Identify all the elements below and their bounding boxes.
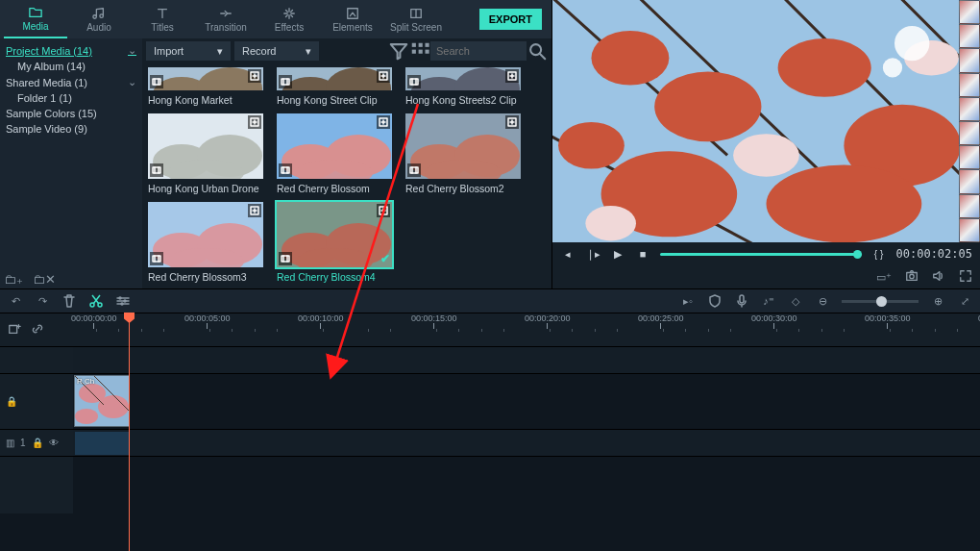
tree-item[interactable]: Sample Video (9) [0,121,142,137]
filter-icon[interactable] [388,40,409,62]
play-button[interactable]: ▶ [610,246,625,262]
keyframe-icon[interactable]: ◇ [788,293,803,309]
tab-media[interactable]: Media [4,0,67,38]
export-button[interactable]: EXPORT [479,9,542,30]
voiceover-icon[interactable] [734,293,749,309]
svg-rect-44 [410,167,418,173]
delete-button[interactable] [61,293,77,309]
add-marker-icon[interactable] [8,322,21,338]
svg-point-69 [883,58,902,77]
tree-item[interactable]: Sample Colors (15) [0,106,142,121]
time-ruler[interactable]: 00:00:00:0000:00:05:0000:00:10:0000:00:1… [73,313,980,346]
add-to-timeline-icon[interactable] [377,69,390,83]
svg-point-74 [119,297,121,299]
zoom-out-icon[interactable]: ⊖ [815,293,830,309]
tree-footer: 🗀₊ 🗀✕ [4,272,56,287]
prev-frame-button[interactable]: ◂ [560,246,576,262]
svg-rect-32 [153,167,160,173]
snapshot-icon[interactable] [905,269,919,285]
media-thumbnail[interactable]: Hong Kong Street Clip [277,67,392,106]
fullscreen-icon[interactable] [959,269,972,285]
empty-track[interactable] [73,457,980,513]
media-thumbnail[interactable]: Hong Kong Streets2 Clip [405,67,521,106]
track-spacer[interactable] [73,347,980,373]
tree-item[interactable]: Shared Media (1)⌄ [0,74,142,90]
preview-filmstrip [959,0,980,242]
chevron-down-icon: ⌄ [128,76,136,88]
undo-button[interactable]: ↶ [8,293,23,309]
track-toggle-icon[interactable]: ▥ [6,438,14,448]
track-visibility-icon[interactable]: 👁 [49,438,59,448]
thumbnail-caption: Hong Kong Streets2 Clip [405,94,521,106]
link-icon[interactable] [31,322,44,338]
quality-icon[interactable]: ▭⁺ [876,271,892,284]
tab-audio[interactable]: Audio [67,0,131,38]
grid-view-icon[interactable] [409,40,430,62]
audio-clip[interactable] [75,432,129,455]
tab-elements[interactable]: Elements [321,0,384,38]
loop-markers-icon[interactable]: { } [871,246,887,262]
tab-transition[interactable]: Transition [194,0,257,38]
stop-button[interactable]: ■ [635,246,650,262]
add-to-timeline-icon[interactable] [505,69,519,83]
main-tabs: Media Audio Titles Transition Effects El… [0,0,551,38]
clip-type-icon [150,252,163,265]
import-dropdown[interactable]: Import ▾ [146,41,231,61]
tree-item[interactable]: My Album (14) [0,59,142,74]
media-thumbnail[interactable]: ✔Red Cherry Blossom4 [277,202,392,283]
tree-item[interactable]: Folder 1 (1) [0,90,142,106]
video-track[interactable]: R.Ch [73,374,980,429]
search-icon[interactable] [527,40,548,62]
tree-item[interactable]: Project Media (14)⌄ [0,42,142,59]
add-to-timeline-icon[interactable] [248,204,261,217]
audio-mixer-icon[interactable]: ♪⁼ [761,293,776,309]
clip-type-icon [279,75,292,88]
split-clip-button[interactable] [88,293,104,309]
svg-rect-14 [153,79,160,85]
redo-button[interactable]: ↷ [35,293,50,309]
tab-effects[interactable]: Effects [257,0,321,38]
zoom-slider[interactable] [842,300,919,303]
svg-point-82 [75,409,98,424]
add-to-timeline-icon[interactable] [377,115,390,129]
preview-video[interactable] [552,0,980,242]
volume-icon[interactable] [932,269,945,285]
media-thumbnail[interactable]: Red Cherry Blossom3 [148,202,263,283]
chevron-down-icon: ⌄ [128,44,136,57]
record-dropdown[interactable]: Record ▾ [234,41,319,61]
media-thumbnail[interactable]: Hong Kong Urban Drone [148,113,263,194]
svg-rect-7 [426,50,429,54]
media-thumbnail[interactable]: Red Cherry Blossom2 [405,113,521,194]
track-lock-icon[interactable]: 🔒 [32,438,43,448]
playback-slider[interactable] [660,253,862,256]
import-label: Import [154,45,184,57]
zoom-fit-icon[interactable]: ⤢ [957,293,972,309]
media-thumbnail[interactable]: Red Cherry Blossom [277,113,392,194]
add-to-timeline-icon[interactable] [377,204,390,217]
search-input[interactable] [430,41,527,61]
render-icon[interactable]: ▸◦ [680,293,696,309]
zoom-in-icon[interactable]: ⊕ [930,293,945,309]
add-to-timeline-icon[interactable] [248,115,261,129]
svg-rect-20 [282,79,289,85]
new-folder-icon[interactable]: 🗀₊ [4,272,23,287]
playhead[interactable] [129,313,130,551]
add-to-timeline-icon[interactable] [248,69,261,83]
tab-split-screen[interactable]: Split Screen [384,0,448,38]
edit-tools-icon[interactable] [115,293,131,309]
chevron-down-icon: ▾ [217,45,223,58]
timeline-clip[interactable]: R.Ch [75,376,129,426]
svg-point-63 [767,165,922,242]
step-back-button[interactable]: ❘▸ [585,246,600,262]
delete-folder-icon[interactable]: 🗀✕ [33,272,56,287]
thumbnail-caption: Hong Kong Urban Drone [148,183,263,194]
audio-track[interactable] [73,430,980,456]
svg-point-60 [778,38,871,97]
marker-shield-icon[interactable] [707,293,723,309]
svg-rect-78 [10,326,17,334]
ruler-tick: 00:00:05:00 [184,313,231,329]
track-mute-icon[interactable]: 🔒 [6,396,17,407]
add-to-timeline-icon[interactable] [505,115,519,129]
tab-titles[interactable]: Titles [131,0,194,38]
media-thumbnail[interactable]: Hong Kong Market [148,67,263,106]
